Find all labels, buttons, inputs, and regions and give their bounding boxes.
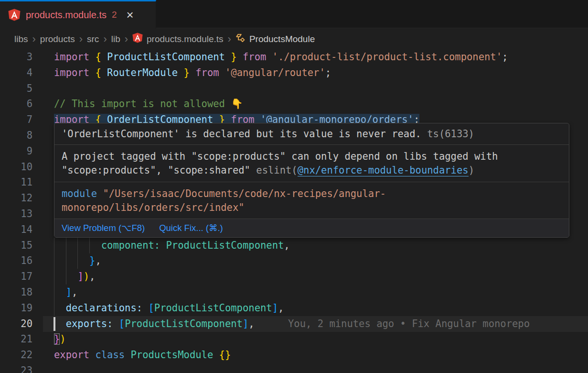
code-token: } [184,67,190,78]
code-line-21[interactable]: 21}) [0,331,588,347]
code-token [266,51,272,63]
code-token: ; [325,67,331,78]
line-number: 11 [0,175,32,190]
code-token [113,318,118,329]
code-text: component: ProductListComponent, [54,238,290,253]
breadcrumb: libs › products › src › lib › products.m… [0,29,588,49]
code-text: declarations: [ProductListComponent], [54,300,284,316]
code-token [125,349,130,361]
code-token: { [95,51,101,63]
tab-bar: products.module.ts 2 × [0,0,588,28]
code-token: RouterModule [107,67,178,78]
tab-problems-badge: 2 [112,10,117,20]
code-token: [ [119,318,125,329]
code-line-20[interactable]: 20 exports: [ProductListComponent],You, … [0,316,588,332]
line-number: 4 [0,65,32,81]
code-token [178,67,183,78]
code-token: export [54,349,89,361]
line-number: 3 [0,49,32,65]
code-token [190,67,195,78]
code-text: ], [54,285,77,300]
code-token: import [54,67,89,78]
code-text: // This import is not allowed 👇 [54,96,243,112]
code-token: ProductListComponent [125,318,243,329]
breadcrumb-item-lib[interactable]: lib [111,34,120,44]
git-blame-annotation: You, 2 minutes ago • Fix Angular monorep… [288,316,530,332]
code-token [54,318,66,329]
line-number: 22 [0,347,32,363]
chevron-right-icon: › [120,33,132,45]
tab-products-module-ts[interactable]: products.module.ts 2 × [0,0,156,28]
code-line-15[interactable]: 15 component: ProductListComponent, [0,238,588,253]
hover-action-view-problem[interactable]: View Problem (⌥F8) [62,223,145,233]
code-token: , [95,255,101,266]
code-token: ProductListComponent [107,51,225,63]
code-token: exports: [66,318,113,329]
code-line-4[interactable]: 4import { RouterModule } from '@angular/… [0,65,588,81]
code-token: ] [66,286,72,298]
code-line-18[interactable]: 18 ], [0,285,588,300]
code-text: }) [54,331,66,347]
hover-status-bar: View Problem (⌥F8)Quick Fix... (⌘.) [54,219,569,237]
code-token [213,349,219,361]
line-number: 9 [0,143,32,159]
code-token [219,67,225,78]
breadcrumb-item-file[interactable]: products.module.ts [147,34,224,44]
breadcrumb-item-src[interactable]: src [87,34,99,44]
code-token: ProductsModule [130,349,213,361]
code-token [54,302,66,314]
code-token: class [95,349,125,361]
line-number: 14 [0,222,32,238]
code-line-6[interactable]: 6// This import is not allowed 👇 [0,96,588,112]
hover-popup: 'OrderListComponent' is declared but its… [54,123,569,238]
breadcrumb-item-libs[interactable]: libs [14,34,28,44]
code-token: , [248,318,254,329]
line-number: 5 [0,81,32,97]
code-line-17[interactable]: 17 ]), [0,269,588,285]
code-token: ) [84,271,89,282]
code-token: } [231,51,236,63]
code-token [54,271,77,282]
angular-file-icon [132,33,143,45]
text-cursor [53,317,55,331]
code-token: ] [272,302,278,314]
code-text: export class ProductsModule {} [54,347,231,363]
code-line-3[interactable]: 3import { ProductListComponent } from '.… [0,49,588,65]
code-line-16[interactable]: 16 }, [0,253,588,269]
code-text: }, [54,253,101,269]
close-icon[interactable]: × [127,9,134,21]
hover-action-quick-fix[interactable]: Quick Fix... (⌘.) [159,223,223,233]
code-token: ts(6133) [427,128,474,140]
code-token: ) [60,333,65,345]
code-token: from [243,51,266,63]
code-token [54,286,66,298]
code-token: , [284,240,289,251]
code-token: 'OrderListComponent' is declared but its… [62,128,427,140]
code-token: // This import is not allowed [54,98,231,110]
breadcrumb-item-symbol[interactable]: ProductsModule [249,34,315,44]
code-line-22[interactable]: 22export class ProductsModule {} [0,347,588,363]
code-token [101,67,107,78]
code-token [142,302,148,314]
line-number: 10 [0,159,32,175]
code-token: eslint( [256,165,297,176]
code-token [89,51,95,63]
code-line-23[interactable]: 23 [0,363,588,373]
code-text: import { RouterModule } from '@angular/r… [54,65,331,81]
code-token: "/Users/isaac/Documents/code/nx-recipes/… [62,188,386,213]
hover-section-ts-diagnostic: 'OrderListComponent' is declared but its… [54,123,569,144]
chevron-right-icon: › [75,33,87,45]
code-token [97,188,103,199]
tab-title: products.module.ts [26,10,107,21]
line-number: 19 [0,300,32,316]
eslint-rule-link[interactable]: @nx/enforce-module-boundaries [298,165,469,176]
code-token: , [72,286,77,298]
code-token [101,51,107,63]
breadcrumb-item-products[interactable]: products [40,34,75,44]
code-token: {} [219,349,231,361]
code-token: ) [469,165,474,176]
code-token: declarations: [66,302,142,314]
code-line-5[interactable]: 5 [0,81,588,97]
code-line-19[interactable]: 19 declarations: [ProductListComponent], [0,300,588,316]
code-token: component: [101,240,160,251]
